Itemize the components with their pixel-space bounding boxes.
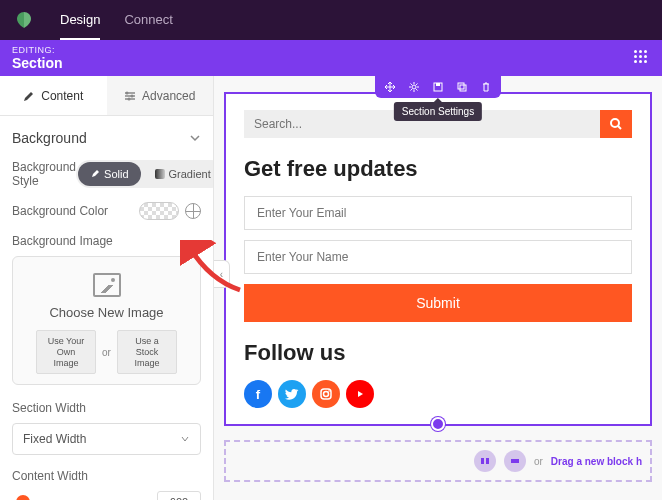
sliders-icon bbox=[124, 90, 136, 102]
youtube-icon[interactable] bbox=[346, 380, 374, 408]
image-picker: Choose New Image Use Your Own Image or U… bbox=[12, 256, 201, 385]
editing-bar: EDITING: Section bbox=[0, 40, 662, 76]
svg-point-11 bbox=[328, 390, 330, 392]
editing-section[interactable]: Get free updates Submit Follow us f bbox=[224, 92, 652, 426]
row-icon[interactable] bbox=[504, 450, 526, 472]
svg-point-2 bbox=[128, 97, 131, 100]
globe-icon[interactable] bbox=[185, 203, 201, 219]
bg-image-label: Background Image bbox=[12, 234, 201, 248]
svg-point-8 bbox=[611, 119, 619, 127]
app-logo bbox=[12, 8, 36, 32]
svg-point-3 bbox=[412, 85, 416, 89]
copy-icon[interactable] bbox=[455, 80, 469, 94]
bg-color-label: Background Color bbox=[12, 204, 108, 218]
svg-rect-14 bbox=[511, 459, 519, 463]
solid-option[interactable]: Solid bbox=[78, 162, 140, 186]
canvas: Section Settings Get free updates Submit… bbox=[214, 76, 662, 500]
facebook-icon[interactable]: f bbox=[244, 380, 272, 408]
sidebar: Content Advanced Background Background S… bbox=[0, 76, 214, 500]
tab-content-label: Content bbox=[41, 89, 83, 103]
color-swatch[interactable] bbox=[139, 202, 179, 220]
image-placeholder-icon bbox=[93, 273, 121, 297]
editing-section-name: Section bbox=[12, 55, 63, 71]
drag-handle-icon[interactable] bbox=[634, 50, 650, 66]
heading-follow: Follow us bbox=[244, 340, 632, 366]
columns-icon[interactable] bbox=[474, 450, 496, 472]
background-section-header[interactable]: Background bbox=[12, 130, 201, 146]
brush-icon bbox=[90, 169, 100, 179]
choose-image-label: Choose New Image bbox=[23, 305, 190, 320]
content-width-label: Content Width bbox=[12, 469, 201, 483]
main-tabs: Design Connect bbox=[60, 0, 173, 40]
delete-icon[interactable] bbox=[479, 80, 493, 94]
tooltip: Section Settings bbox=[394, 102, 482, 121]
heading-updates: Get free updates bbox=[244, 156, 632, 182]
settings-icon[interactable] bbox=[407, 80, 421, 94]
section-toolbar bbox=[375, 76, 501, 98]
svg-rect-5 bbox=[436, 83, 440, 86]
pencil-icon bbox=[23, 90, 35, 102]
section-width-label: Section Width bbox=[12, 401, 201, 415]
slider-thumb[interactable] bbox=[16, 495, 30, 500]
svg-rect-13 bbox=[486, 458, 489, 464]
drop-or: or bbox=[534, 456, 543, 467]
social-icons: f bbox=[244, 380, 632, 408]
save-icon[interactable] bbox=[431, 80, 445, 94]
svg-rect-6 bbox=[458, 83, 464, 89]
bg-style-toggle: Solid Gradient bbox=[76, 160, 214, 188]
collapse-sidebar-button[interactable]: ‹ bbox=[214, 260, 230, 288]
svg-rect-12 bbox=[481, 458, 484, 464]
email-input[interactable] bbox=[244, 196, 632, 230]
tab-design[interactable]: Design bbox=[60, 0, 100, 40]
name-input[interactable] bbox=[244, 240, 632, 274]
chevron-down-icon bbox=[189, 132, 201, 144]
search-icon bbox=[609, 117, 623, 131]
editing-label: EDITING: bbox=[12, 45, 63, 55]
move-icon[interactable] bbox=[383, 80, 397, 94]
tab-content[interactable]: Content bbox=[0, 76, 107, 115]
section-width-select[interactable]: Fixed Width bbox=[12, 423, 201, 455]
submit-button[interactable]: Submit bbox=[244, 284, 632, 322]
drop-text: Drag a new block h bbox=[551, 456, 642, 467]
svg-point-1 bbox=[131, 94, 134, 97]
twitter-icon[interactable] bbox=[278, 380, 306, 408]
top-bar: Design Connect bbox=[0, 0, 662, 40]
search-button[interactable] bbox=[600, 110, 632, 138]
use-stock-image-button[interactable]: Use a Stock Image bbox=[117, 330, 177, 374]
tab-advanced[interactable]: Advanced bbox=[107, 76, 214, 115]
svg-point-0 bbox=[126, 91, 129, 94]
or-text: or bbox=[102, 347, 111, 358]
gradient-option[interactable]: Gradient bbox=[143, 162, 214, 186]
instagram-icon[interactable] bbox=[312, 380, 340, 408]
drop-zone[interactable]: or Drag a new block h bbox=[224, 440, 652, 482]
gradient-icon bbox=[155, 169, 165, 179]
content-width-value[interactable]: 600 bbox=[157, 491, 201, 500]
svg-rect-7 bbox=[460, 85, 466, 91]
background-title: Background bbox=[12, 130, 87, 146]
sidebar-tabs: Content Advanced bbox=[0, 76, 213, 116]
chevron-down-icon bbox=[180, 434, 190, 444]
section-resize-handle[interactable] bbox=[431, 417, 445, 431]
tab-advanced-label: Advanced bbox=[142, 89, 195, 103]
use-own-image-button[interactable]: Use Your Own Image bbox=[36, 330, 96, 374]
svg-point-10 bbox=[324, 392, 329, 397]
tab-connect[interactable]: Connect bbox=[124, 0, 172, 40]
bg-style-label: Background Style bbox=[12, 160, 76, 188]
